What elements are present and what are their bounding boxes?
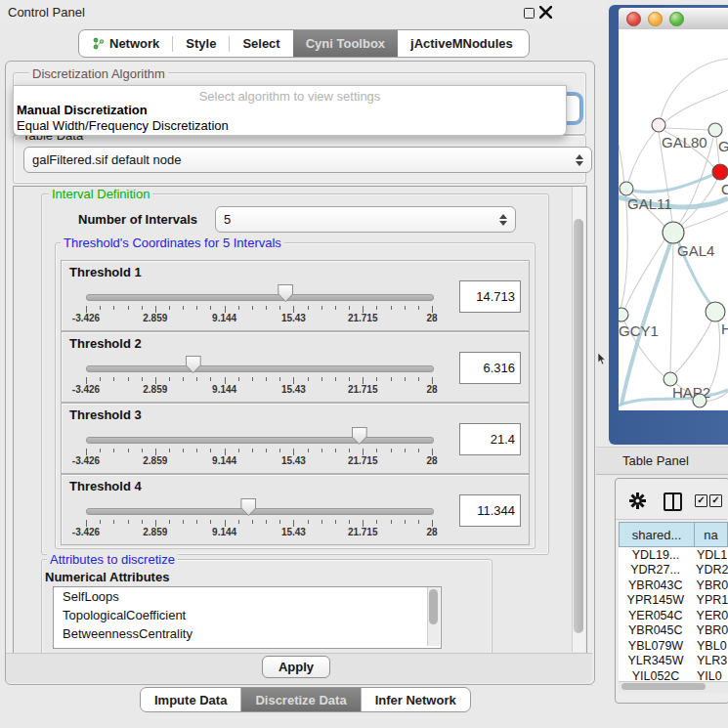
network-node[interactable] xyxy=(693,394,707,407)
network-node[interactable] xyxy=(706,302,725,321)
table-row[interactable]: YPR145WYPR1 xyxy=(619,593,728,609)
network-node-label: H xyxy=(721,321,728,337)
network-window-titlebar[interactable] xyxy=(619,8,728,30)
zoom-traffic-light[interactable] xyxy=(669,12,684,26)
tab-network[interactable]: Network xyxy=(79,30,172,57)
tick-mark xyxy=(432,306,433,313)
gear-icon[interactable] xyxy=(629,492,646,509)
table-row[interactable]: YBR043CYBR0 xyxy=(619,578,728,593)
network-edge[interactable] xyxy=(683,211,728,229)
checkbox-icon[interactable]: ✓ xyxy=(709,494,722,507)
attribute-list-item[interactable]: TopologicalCoefficient xyxy=(54,606,441,624)
tick-mark xyxy=(293,449,294,455)
network-edge[interactable] xyxy=(664,90,728,123)
float-window-icon[interactable] xyxy=(524,8,535,19)
network-node[interactable] xyxy=(620,182,633,195)
algorithm-item-equal-width[interactable]: Equal Width/Frequency Discretization xyxy=(17,118,229,133)
tick-mark xyxy=(432,449,433,455)
horizontal-scrollbar-thumb[interactable] xyxy=(621,683,706,690)
table-row[interactable]: YBL079WYBL0 xyxy=(619,638,728,654)
tab-impute-data[interactable]: Impute Data xyxy=(141,688,241,711)
tick-mark xyxy=(405,520,406,524)
tick-mark xyxy=(308,377,309,381)
tab-style[interactable]: Style xyxy=(173,30,229,57)
network-edge[interactable] xyxy=(675,321,711,373)
tick-mark xyxy=(128,520,129,524)
table-row[interactable]: YDR27...YDR2 xyxy=(619,563,728,578)
close-traffic-light[interactable] xyxy=(626,12,641,26)
tick-mark xyxy=(238,306,239,310)
tab-select[interactable]: Select xyxy=(230,30,292,57)
apply-button[interactable]: Apply xyxy=(262,656,330,678)
vertical-scrollbar-thumb[interactable] xyxy=(574,219,583,633)
slider-track[interactable] xyxy=(86,508,434,515)
tick-label: -3.426 xyxy=(72,527,100,537)
tick-mark xyxy=(238,449,239,452)
tick-mark xyxy=(349,520,350,524)
network-canvas[interactable]: GAL80GCGAL11GAL4GCY1HHAP2 xyxy=(619,29,728,410)
split-columns-icon[interactable] xyxy=(664,492,682,511)
table-row[interactable]: YLR345WYLR3 xyxy=(619,654,728,669)
spinner-arrows-icon xyxy=(499,214,507,226)
network-node[interactable] xyxy=(708,123,722,137)
checkbox-icon[interactable]: ✓ xyxy=(695,494,707,507)
table-row[interactable]: YDL19...YDL1 xyxy=(619,547,728,563)
tick-mark xyxy=(418,449,419,452)
table-row[interactable]: YBR045CYBR0 xyxy=(619,623,728,639)
tick-mark xyxy=(210,520,211,524)
minimize-traffic-light[interactable] xyxy=(648,12,663,26)
numerical-attributes-list[interactable]: SelfLoopsTopologicalCoefficientBetweenne… xyxy=(53,586,442,649)
attribute-list-item[interactable]: SelfLoops xyxy=(54,587,441,606)
tick-mark xyxy=(183,520,184,524)
tab-infer-network[interactable]: Infer Network xyxy=(362,688,470,711)
column-header-name[interactable]: na xyxy=(695,522,728,547)
tick-mark xyxy=(432,377,433,384)
threshold-value-field[interactable]: 6.316 xyxy=(459,352,521,384)
algorithm-prompt-item[interactable]: Select algorithm to view settings xyxy=(14,89,566,104)
tick-mark xyxy=(252,520,253,524)
threshold-value-field[interactable]: 14.713 xyxy=(459,280,521,313)
network-node[interactable] xyxy=(619,308,628,321)
close-icon[interactable] xyxy=(539,6,552,19)
number-of-intervals-combobox[interactable]: 5 xyxy=(215,206,516,233)
attributes-scrollbar-thumb[interactable] xyxy=(429,589,438,624)
tab-network-label: Network xyxy=(109,36,159,51)
table-row[interactable]: YER054CYER0 xyxy=(619,608,728,623)
threshold-value-field[interactable]: 21.4 xyxy=(459,423,521,455)
network-graph: GAL80GCGAL11GAL4GCY1HHAP2 xyxy=(619,29,728,410)
table-row[interactable]: YIL052CYIL0 xyxy=(619,668,728,681)
network-edge[interactable] xyxy=(665,128,708,130)
slider-track[interactable] xyxy=(86,294,434,301)
tick-mark xyxy=(100,449,101,452)
tick-mark xyxy=(113,377,114,381)
slider-track[interactable] xyxy=(86,437,434,444)
algorithm-item-manual[interactable]: Manual Discretization xyxy=(17,103,148,117)
tick-mark xyxy=(266,520,267,524)
table-data-combobox[interactable]: galFiltered.sif default node xyxy=(23,147,592,173)
slider-track[interactable] xyxy=(86,365,434,372)
tab-cyni-toolbox[interactable]: Cyni Toolbox xyxy=(293,30,398,57)
tick-mark xyxy=(376,306,377,310)
tick-mark xyxy=(238,520,239,524)
attribute-list-item[interactable]: BetweennessCentrality xyxy=(54,624,441,643)
tick-label: 21.715 xyxy=(348,384,378,395)
network-edge[interactable] xyxy=(670,243,673,372)
tick-mark xyxy=(128,377,129,381)
network-edge[interactable] xyxy=(628,131,656,182)
network-node[interactable] xyxy=(652,118,665,132)
threshold-value-field[interactable]: 11.344 xyxy=(459,494,521,527)
tick-mark xyxy=(113,449,114,452)
network-node-label: GAL11 xyxy=(627,195,672,212)
network-node-label: GCY1 xyxy=(619,322,659,339)
tick-mark xyxy=(293,306,294,313)
column-header-shared-name[interactable]: shared... xyxy=(619,522,695,547)
network-edge[interactable] xyxy=(619,145,627,309)
tick-mark xyxy=(155,306,156,313)
network-edge[interactable] xyxy=(661,59,728,118)
network-node[interactable] xyxy=(712,164,728,180)
tab-jactivemnodules[interactable]: jActiveMNodules xyxy=(398,30,526,57)
attributes-group-title: Attributes to discretize xyxy=(47,552,178,567)
network-node[interactable] xyxy=(663,222,684,243)
table-body[interactable]: YDL19...YDL1YDR27...YDR2YBR043CYBR0YPR14… xyxy=(619,547,728,681)
tab-discretize-data[interactable]: Discretize Data xyxy=(241,688,361,711)
